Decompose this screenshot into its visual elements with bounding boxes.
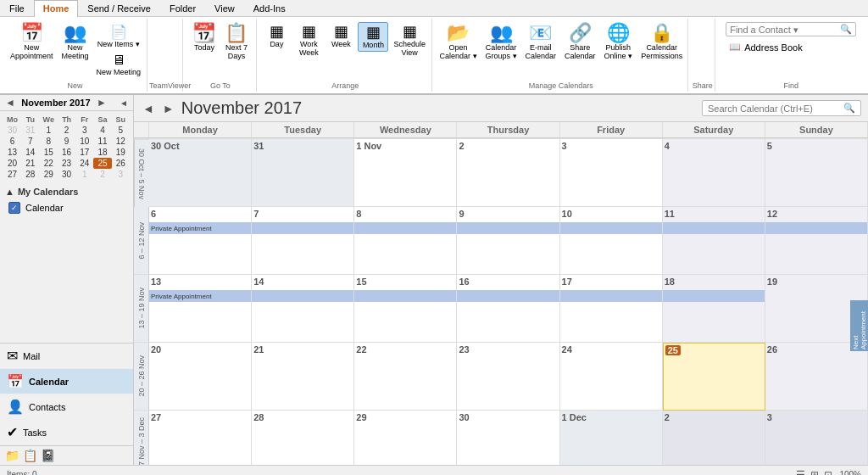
schedule-view-button[interactable]: ▦ ScheduleView [390, 22, 429, 59]
mini-cal-day[interactable]: 30 [3, 125, 21, 136]
tab-home[interactable]: Home [34, 0, 79, 17]
share-calendar-button[interactable]: 🔗 ShareCalendar [561, 22, 599, 62]
mini-cal-day[interactable]: 29 [39, 169, 58, 180]
view-preview-icon[interactable]: ⊡ [822, 469, 834, 476]
sidebar-collapse-button[interactable]: ◄ [118, 98, 130, 108]
event-private-appointment[interactable]: Private Appointment [149, 222, 251, 234]
mini-cal-day[interactable]: 4 [93, 125, 111, 136]
mini-cal-day[interactable]: 20 [3, 158, 21, 169]
cal-cell-nov1[interactable]: 1 Nov [354, 139, 457, 207]
cal-next-button[interactable]: ► [161, 102, 176, 115]
month-view-button[interactable]: ▦ Month [358, 22, 388, 52]
sidebar-nav-tasks[interactable]: ✔ Tasks [0, 420, 133, 445]
calendar-item-calendar[interactable]: ✓ Calendar [5, 200, 128, 215]
cal-cell-nov3[interactable]: 3 [560, 139, 663, 207]
mini-cal-day[interactable]: 21 [21, 158, 39, 169]
cal-cell-nov30[interactable]: 30 [457, 411, 559, 465]
workweek-view-button[interactable]: ▦ WorkWeek [293, 22, 324, 59]
cal-cell-nov21[interactable]: 21 [252, 343, 354, 411]
cal-cell-nov8[interactable]: 8 [354, 207, 457, 275]
publish-online-button[interactable]: 🌐 PublishOnline ▾ [601, 22, 637, 62]
sidebar-nav-calendar[interactable]: 📅 Calendar [0, 369, 133, 394]
mini-cal-day[interactable]: 23 [58, 158, 75, 169]
mini-cal-day[interactable]: 3 [112, 169, 130, 180]
event-private-appointment-2[interactable]: Private Appointment [149, 290, 251, 302]
mini-cal-day[interactable]: 24 [75, 158, 93, 169]
address-book-button[interactable]: 📖 Address Book [726, 40, 856, 54]
mini-cal-day[interactable]: 8 [39, 136, 58, 147]
tab-folder[interactable]: Folder [160, 0, 205, 16]
mini-cal-day[interactable]: 18 [93, 147, 111, 158]
cal-cell-nov24[interactable]: 24 [560, 343, 663, 411]
cal-cell-nov9[interactable]: 9 [457, 207, 559, 275]
cal-cell-nov11[interactable]: 11 [663, 207, 765, 275]
folder-icon[interactable]: 📁 [5, 449, 19, 462]
mini-cal-next-button[interactable]: ► [95, 97, 108, 109]
mini-cal-day[interactable]: 11 [93, 136, 111, 147]
tab-send-receive[interactable]: Send / Receive [78, 0, 160, 16]
mini-cal-day[interactable]: 7 [21, 136, 39, 147]
find-contact-input-row[interactable]: 🔍 [726, 22, 856, 36]
mini-cal-day[interactable]: 1 [75, 169, 93, 180]
tab-add-ins[interactable]: Add-Ins [244, 0, 295, 16]
cal-cell-nov15[interactable]: 15 [354, 275, 457, 343]
mini-cal-day[interactable]: 5 [112, 125, 130, 136]
cal-cell-nov2[interactable]: 2 [457, 139, 559, 207]
shortcuts-icon[interactable]: 📋 [23, 449, 37, 462]
calendar-checkbox[interactable]: ✓ [8, 202, 20, 214]
cal-cell-nov26[interactable]: 26 [765, 343, 868, 411]
cal-cell-nov13[interactable]: 13 Private Appointment [149, 275, 252, 343]
new-meeting-teamviewer-button[interactable]: 🖥 New Meeting [93, 51, 143, 78]
mini-cal-day[interactable]: 9 [58, 136, 75, 147]
day-view-button[interactable]: ▦ Day [261, 22, 292, 50]
mini-cal-day[interactable]: 15 [39, 147, 58, 158]
mini-cal-day[interactable]: 17 [75, 147, 93, 158]
new-meeting-button[interactable]: 👥 NewMeeting [58, 22, 92, 62]
mini-cal-day[interactable]: 31 [21, 125, 39, 136]
cal-cell-nov22[interactable]: 22 [354, 343, 457, 411]
next7days-button[interactable]: 📋 Next 7Days [221, 22, 252, 62]
mini-cal-day[interactable]: 6 [3, 136, 21, 147]
today-button[interactable]: 📆 Today [189, 22, 220, 53]
cal-cell-nov12[interactable]: 12 [765, 207, 868, 275]
mini-cal-day[interactable]: 2 [58, 125, 75, 136]
mini-cal-day[interactable]: 2 [93, 169, 111, 180]
cal-cell-nov18[interactable]: 18 [663, 275, 765, 343]
cal-cell-nov10[interactable]: 10 [560, 207, 663, 275]
tab-file[interactable]: File [0, 0, 34, 16]
cal-cell-nov6[interactable]: 6 Private Appointment [149, 207, 252, 275]
cal-cell-nov14[interactable]: 14 [252, 275, 354, 343]
mini-cal-today[interactable]: 25 [93, 158, 111, 169]
cal-cell-dec2[interactable]: 2 [663, 411, 765, 465]
cal-cell-nov16[interactable]: 16 [457, 275, 559, 343]
mini-cal-day[interactable]: 28 [21, 169, 39, 180]
journal-icon[interactable]: 📓 [41, 449, 55, 462]
email-calendar-button[interactable]: 📧 E-mailCalendar [522, 22, 560, 62]
cal-cell-nov29[interactable]: 29 [354, 411, 457, 465]
sidebar-nav-mail[interactable]: ✉ Mail [0, 344, 133, 369]
cal-cell-nov23[interactable]: 23 [457, 343, 559, 411]
week-view-button[interactable]: ▦ Week [326, 22, 356, 50]
mini-cal-prev-button[interactable]: ◄ [3, 97, 17, 109]
mini-cal-day[interactable]: 13 [3, 147, 21, 158]
calendar-permissions-button[interactable]: 🔒 CalendarPermissions [637, 22, 686, 62]
cal-cell-nov20[interactable]: 20 [149, 343, 252, 411]
cal-cell-nov19[interactable]: 19 Next Appointment [765, 275, 868, 343]
mini-cal-day[interactable]: 10 [75, 136, 93, 147]
cal-cell-nov4[interactable]: 4 [663, 139, 765, 207]
open-calendar-button[interactable]: 📂 OpenCalendar ▾ [437, 22, 481, 62]
mini-cal-day[interactable]: 22 [39, 158, 58, 169]
mini-cal-day[interactable]: 26 [112, 158, 130, 169]
mini-cal-day[interactable]: 3 [75, 125, 93, 136]
tab-view[interactable]: View [205, 0, 244, 16]
new-appointment-button[interactable]: 📅 NewAppointment [7, 22, 57, 62]
calendar-groups-button[interactable]: 👥 CalendarGroups ▾ [482, 22, 520, 62]
cal-search-box[interactable]: 🔍 [702, 100, 861, 116]
view-grid-icon[interactable]: ⊞ [809, 469, 821, 476]
cal-cell-nov5[interactable]: 5 [765, 139, 868, 207]
cal-cell-dec3[interactable]: 3 [765, 411, 868, 465]
cal-prev-button[interactable]: ◄ [141, 102, 156, 115]
sidebar-nav-contacts[interactable]: 👤 Contacts [0, 394, 133, 420]
cal-cell-nov27[interactable]: 27 [149, 411, 252, 465]
mini-cal-day[interactable]: 27 [3, 169, 21, 180]
